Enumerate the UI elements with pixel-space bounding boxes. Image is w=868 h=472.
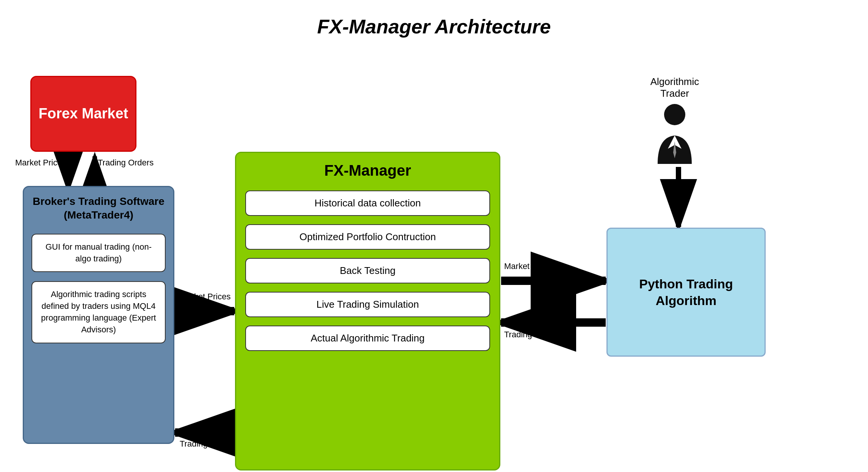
trader-label: Algorithmic Trader (637, 76, 713, 99)
trading-orders-label-3: Trading Orders (504, 329, 560, 340)
broker-box: Broker's Trading Software (MetaTrader4) … (23, 186, 174, 444)
fxmanager-box: FX-Manager Historical data collection Op… (235, 152, 500, 470)
trading-orders-label-1: Trading Orders (98, 157, 154, 168)
fxmanager-item-4-text: Actual Algorithmic Trading (252, 332, 483, 344)
fxmanager-title: FX-Manager (245, 162, 490, 179)
trading-orders-label-2: Trading Orders (180, 439, 235, 450)
python-box: Python Trading Algorithm (606, 228, 766, 357)
fxmanager-item-2-text: Back Testing (252, 265, 483, 277)
market-prices-label-2: Market Prices (180, 291, 230, 302)
python-box-label: Python Trading Algorithm (608, 275, 765, 309)
market-prices-label-1: Market Prices (15, 157, 66, 168)
broker-algo-box: Algorithmic trading scripts defined by t… (31, 281, 166, 343)
fxmanager-item-1: Optimized Portfolio Contruction (245, 224, 490, 250)
fxmanager-item-2: Back Testing (245, 258, 490, 283)
broker-algo-text: Algorithmic trading scripts defined by t… (39, 289, 158, 335)
fxmanager-item-4: Actual Algorithmic Trading (245, 326, 490, 351)
fxmanager-item-3-text: Live Trading Simulation (252, 299, 483, 310)
broker-gui-text: GUI for manual trading (non-algo trading… (39, 241, 158, 265)
fxmanager-item-0: Historical data collection (245, 190, 490, 216)
market-prices-label-3: Market Prices (504, 261, 555, 272)
forex-market-label: Forex Market (39, 105, 128, 123)
fxmanager-item-1-text: Optimized Portfolio Contruction (252, 231, 483, 243)
forex-market-box: Forex Market (30, 76, 136, 152)
broker-gui-box: GUI for manual trading (non-algo trading… (31, 234, 166, 272)
person-icon (652, 103, 697, 164)
fxmanager-item-3: Live Trading Simulation (245, 292, 490, 317)
trader-figure: Algorithmic Trader (637, 76, 713, 164)
page-title: FX-Manager Architecture (0, 0, 868, 46)
fxmanager-item-0-text: Historical data collection (252, 197, 483, 209)
broker-title: Broker's Trading Software (MetaTrader4) (31, 195, 166, 222)
svg-point-9 (664, 104, 685, 125)
